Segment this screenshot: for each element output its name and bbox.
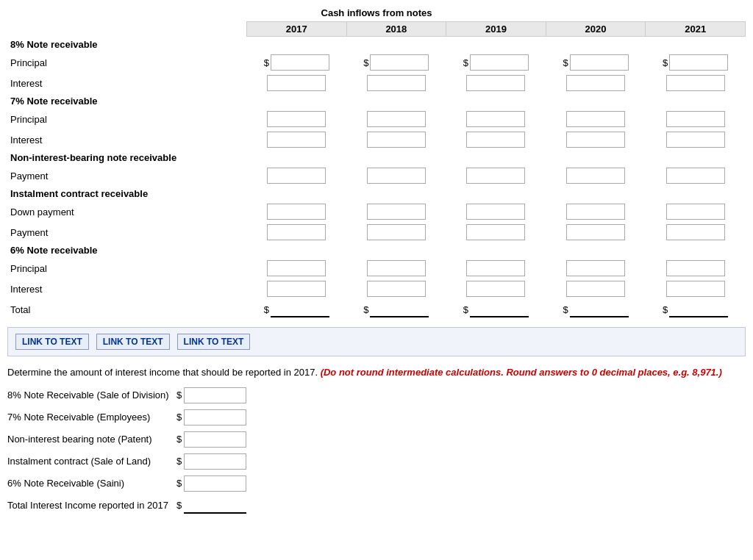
input-4-0-4[interactable] bbox=[666, 260, 725, 276]
input-3-0-4[interactable] bbox=[666, 204, 725, 220]
bottom-row: Non-interest bearing note (Patent)$ bbox=[7, 431, 746, 448]
input-2-0-3[interactable] bbox=[566, 168, 625, 184]
bottom-input-5[interactable] bbox=[184, 498, 246, 514]
row-label-1-0: Principal bbox=[7, 109, 246, 129]
table-row: Interest bbox=[7, 279, 746, 299]
total-input-3[interactable] bbox=[570, 301, 629, 317]
row-label-4-1: Interest bbox=[7, 279, 246, 299]
dollar-sign-icon: $ bbox=[663, 57, 668, 68]
input-2-0-0[interactable] bbox=[267, 168, 326, 184]
bottom-dollar-sign-icon: $ bbox=[176, 500, 182, 511]
total-row: Total$$$$$ bbox=[7, 299, 746, 320]
input-4-1-2[interactable] bbox=[466, 281, 525, 297]
input-0-1-1[interactable] bbox=[367, 75, 426, 91]
input-3-1-3[interactable] bbox=[566, 224, 625, 240]
links-bar: LINK TO TEXT LINK TO TEXT LINK TO TEXT bbox=[7, 327, 746, 356]
input-4-1-4[interactable] bbox=[666, 281, 725, 297]
bottom-label-5: Total Interest Income reported in 2017 bbox=[7, 500, 176, 511]
input-3-0-2[interactable] bbox=[466, 204, 525, 220]
bottom-label-0: 8% Note Receivable (Sale of Division) bbox=[7, 390, 176, 401]
input-0-0-3[interactable] bbox=[570, 54, 629, 71]
input-3-1-4[interactable] bbox=[666, 224, 725, 240]
input-4-1-0[interactable] bbox=[267, 281, 326, 297]
dollar-sign-icon: $ bbox=[463, 57, 468, 68]
table-row: Interest bbox=[7, 129, 746, 150]
input-1-0-0[interactable] bbox=[267, 111, 326, 127]
table-row: Payment bbox=[7, 222, 746, 243]
bottom-row: Total Interest Income reported in 2017$ bbox=[7, 498, 746, 514]
input-1-0-4[interactable] bbox=[666, 111, 725, 127]
input-4-1-3[interactable] bbox=[566, 281, 625, 297]
input-4-0-0[interactable] bbox=[267, 260, 326, 276]
input-2-0-1[interactable] bbox=[367, 168, 426, 184]
section-header-1: 7% Note receivable bbox=[7, 93, 746, 109]
input-3-0-1[interactable] bbox=[367, 204, 426, 220]
section-header-3: Instalment contract receivable bbox=[7, 186, 746, 201]
total-input-0[interactable] bbox=[271, 301, 329, 317]
input-3-1-1[interactable] bbox=[367, 224, 426, 240]
table-row: Principal bbox=[7, 109, 746, 129]
input-1-0-2[interactable] bbox=[466, 111, 525, 127]
bottom-row: 8% Note Receivable (Sale of Division)$ bbox=[7, 387, 746, 403]
bottom-dollar-sign-icon: $ bbox=[176, 478, 182, 489]
input-0-1-2[interactable] bbox=[466, 75, 525, 91]
bottom-input-2[interactable] bbox=[184, 431, 246, 448]
input-4-1-1[interactable] bbox=[367, 281, 426, 297]
bottom-row: 7% Note Receivable (Employees)$ bbox=[7, 409, 746, 426]
input-0-0-2[interactable] bbox=[470, 54, 529, 71]
year-header-2018: 2018 bbox=[346, 22, 446, 37]
bottom-input-4[interactable] bbox=[184, 475, 246, 492]
row-label-3-1: Payment bbox=[7, 222, 246, 243]
row-label-0-0: Principal bbox=[7, 52, 246, 73]
total-input-1[interactable] bbox=[370, 301, 429, 317]
input-3-1-2[interactable] bbox=[466, 224, 525, 240]
input-0-0-0[interactable] bbox=[271, 54, 329, 71]
input-0-0-1[interactable] bbox=[370, 54, 429, 71]
section-header-4: 6% Note receivable bbox=[7, 243, 746, 258]
link-to-text-3[interactable]: LINK TO TEXT bbox=[177, 334, 251, 350]
total-dollar-sign-icon: $ bbox=[463, 304, 468, 315]
year-header-2020: 2020 bbox=[546, 22, 646, 37]
total-dollar-sign-icon: $ bbox=[563, 304, 568, 315]
bottom-input-0[interactable] bbox=[184, 387, 246, 403]
input-3-0-3[interactable] bbox=[566, 204, 625, 220]
year-header-2019: 2019 bbox=[446, 22, 546, 37]
input-3-1-0[interactable] bbox=[267, 224, 326, 240]
instruction-text: Determine the amount of interest income … bbox=[7, 365, 746, 380]
link-to-text-2[interactable]: LINK TO TEXT bbox=[96, 334, 170, 350]
bottom-input-3[interactable] bbox=[184, 453, 246, 470]
bottom-label-2: Non-interest bearing note (Patent) bbox=[7, 434, 176, 445]
input-1-1-1[interactable] bbox=[367, 132, 426, 148]
input-0-1-0[interactable] bbox=[267, 75, 326, 91]
table-row: Principal$$$$$ bbox=[7, 52, 746, 73]
bottom-input-1[interactable] bbox=[184, 409, 246, 426]
input-2-0-2[interactable] bbox=[466, 168, 525, 184]
input-2-0-4[interactable] bbox=[666, 168, 725, 184]
input-4-0-1[interactable] bbox=[367, 260, 426, 276]
input-3-0-0[interactable] bbox=[267, 204, 326, 220]
total-dollar-sign-icon: $ bbox=[363, 304, 368, 315]
input-4-0-2[interactable] bbox=[466, 260, 525, 276]
total-input-4[interactable] bbox=[669, 301, 728, 317]
input-1-1-3[interactable] bbox=[566, 132, 625, 148]
section-header-2: Non-interest-bearing note receivable bbox=[7, 150, 746, 165]
input-4-0-3[interactable] bbox=[566, 260, 625, 276]
dollar-sign-icon: $ bbox=[563, 57, 568, 68]
input-1-0-1[interactable] bbox=[367, 111, 426, 127]
main-title: Cash inflows from notes bbox=[7, 7, 746, 18]
bottom-label-1: 7% Note Receivable (Employees) bbox=[7, 412, 176, 423]
bottom-dollar-sign-icon: $ bbox=[176, 456, 182, 467]
total-input-2[interactable] bbox=[470, 301, 529, 317]
input-1-1-2[interactable] bbox=[466, 132, 525, 148]
table-row: Payment bbox=[7, 165, 746, 186]
year-header-2017: 2017 bbox=[246, 22, 346, 37]
row-label-4-0: Principal bbox=[7, 258, 246, 279]
input-1-1-4[interactable] bbox=[666, 132, 725, 148]
input-0-1-4[interactable] bbox=[666, 75, 725, 91]
input-0-0-4[interactable] bbox=[669, 54, 728, 71]
input-1-1-0[interactable] bbox=[267, 132, 326, 148]
input-1-0-3[interactable] bbox=[566, 111, 625, 127]
row-label-2-0: Payment bbox=[7, 165, 246, 186]
link-to-text-1[interactable]: LINK TO TEXT bbox=[15, 334, 89, 350]
input-0-1-3[interactable] bbox=[566, 75, 625, 91]
